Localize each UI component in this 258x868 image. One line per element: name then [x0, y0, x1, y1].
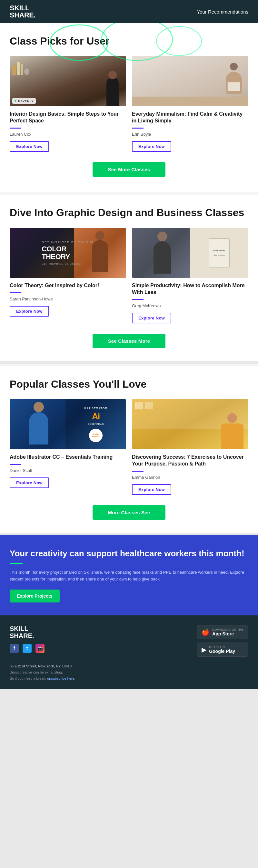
see-more-wrap-1: See More Classes [10, 162, 248, 177]
app-store-btn[interactable]: 🍎 Download on the App Store [197, 625, 248, 639]
card-minimalism: Everyday Minimalism: Find Calm & Creativ… [132, 56, 248, 152]
explore-btn-illustrator[interactable]: Explore Now [10, 477, 49, 488]
shelf-vase [24, 68, 29, 75]
color-theory-sub: GET INSPIRED BY COLOUR! [42, 262, 94, 265]
card-title-minimalism: Everyday Minimalism: Find Calm & Creativ… [132, 111, 248, 124]
see-more-wrap-2: See Classes More [10, 334, 248, 348]
card-divider-color-theory [10, 292, 21, 293]
promo-body: This month, for every project shared on … [10, 569, 248, 583]
apple-icon: 🍎 [201, 628, 210, 636]
section-class-picks: Class Picks for User [0, 23, 258, 190]
wall-pic1 [135, 403, 143, 409]
ai-badge-area: ILLUSTRATOR Ai ESSENTIALS CertifiedInstr… [66, 399, 126, 450]
logo-line1: SKILL [10, 4, 35, 12]
footer-top: SKILL SHARE. f t 📷 🍎 Download on the [10, 625, 248, 657]
color-theory-pre-label: GET INSPIRED BY COLOUR [42, 241, 94, 244]
twitter-icon[interactable]: t [23, 644, 32, 653]
section-popular: Popular Classes You'll Love ILLUSTRATOR … [0, 366, 258, 533]
instagram-label: 📷 [37, 646, 43, 651]
success-person [221, 413, 244, 450]
wall-pic2 [145, 403, 153, 409]
footer-unsub-pre: So if you need a break, [10, 676, 47, 680]
card-divider-interior [10, 128, 21, 129]
nav-recommendations[interactable]: Your Recommendations [197, 9, 248, 14]
ai-icon-text: Ai [92, 411, 100, 421]
card-author-productivity: Greg McKeown [132, 303, 248, 308]
ai-essentials: ESSENTIALS [88, 423, 104, 426]
footer-social: f t 📷 [10, 644, 44, 653]
card-image-color-theory: GET INSPIRED BY COLOUR COLORTHEORY GET I… [10, 228, 126, 278]
logo-line2: SHARE. [10, 12, 35, 19]
card-title-color-theory: Color Theory: Get Inspired by Color! [10, 282, 126, 289]
minimalism-image-bg [132, 56, 248, 106]
explore-btn-interior[interactable]: Explore Now [10, 141, 49, 152]
see-more-btn-2[interactable]: See Classes More [93, 334, 166, 348]
see-more-btn-1[interactable]: See More Classes [93, 162, 166, 177]
min-book [227, 82, 240, 91]
app-store-pre: Download on the [212, 628, 244, 631]
card-author-success: Emma Gannon [132, 475, 248, 480]
success-image-bg [132, 399, 248, 450]
havenly-star: ✦ [14, 99, 17, 103]
section-graphic-design: Dive Into Graphic Design and Business Cl… [0, 195, 258, 361]
prod-book: Essentialism Greg McKeown [209, 239, 230, 268]
card-image-minimalism [132, 56, 248, 106]
card-image-interior: ✦ HAVENLY [10, 56, 126, 106]
card-grid-section3: ILLUSTRATOR Ai ESSENTIALS CertifiedInstr… [10, 399, 248, 495]
footer-tagline: Being creative can be exhausting. [10, 670, 63, 674]
color-theory-overlay: GET INSPIRED BY COLOUR COLORTHEORY GET I… [37, 236, 99, 270]
card-title-interior: Interior Design Basics: Simple Steps to … [10, 111, 126, 124]
see-more-wrap-3: More Classes See [10, 505, 248, 520]
person-head [108, 71, 117, 79]
footer-address-text: 35 E 21st Street, New York, NY 10010 [10, 664, 72, 668]
havenly-badge-wrap: ✦ HAVENLY [12, 98, 36, 104]
unsubscribe-link[interactable]: unsubscribe here. [47, 676, 75, 680]
footer-left: SKILL SHARE. f t 📷 [10, 625, 44, 653]
explore-btn-color-theory[interactable]: Explore Now [10, 306, 49, 317]
explore-projects-btn[interactable]: Explore Projects [10, 590, 60, 602]
card-image-productivity: Essentialism Greg McKeown [132, 228, 248, 278]
google-play-icon: ▶ [201, 646, 207, 653]
section2-title: Dive Into Graphic Design and Business Cl… [10, 207, 248, 219]
explore-btn-minimalism[interactable]: Explore Now [132, 141, 171, 152]
card-grid-section2: GET INSPIRED BY COLOUR COLORTHEORY GET I… [10, 228, 248, 323]
ci-cert-text: CertifiedInstructor [92, 433, 99, 437]
google-play-pre: GET IT ON [209, 645, 235, 649]
card-interior-design: ✦ HAVENLY Interior Design Basics: Simple… [10, 56, 126, 152]
illus-person-body [29, 412, 48, 444]
footer-logo-line2: SHARE. [10, 632, 34, 639]
success-person-top [221, 424, 244, 450]
couch [132, 97, 248, 106]
section1-title: Class Picks for User [10, 35, 248, 47]
explore-btn-productivity[interactable]: Explore Now [132, 313, 171, 323]
card-divider-success [132, 471, 144, 472]
productivity-image-bg: Essentialism Greg McKeown [132, 228, 248, 278]
card-author-interior: Lauren Cox [10, 132, 126, 137]
shelf-item2 [17, 62, 20, 75]
card-divider-minimalism [132, 128, 144, 129]
prod-person-body [153, 241, 171, 274]
shelf-item3 [21, 64, 23, 75]
instagram-icon[interactable]: 📷 [35, 644, 44, 653]
interior-image-bg: ✦ HAVENLY [10, 56, 126, 106]
minimalism-person [226, 63, 242, 94]
google-play-text: GET IT ON Google Play [209, 645, 235, 654]
wall-pictures [135, 403, 153, 409]
ai-pre-label: ILLUSTRATOR [84, 407, 107, 410]
card-illustrator: ILLUSTRATOR Ai ESSENTIALS CertifiedInstr… [10, 399, 126, 495]
see-more-btn-3[interactable]: More Classes See [93, 505, 166, 520]
card-color-theory: GET INSPIRED BY COLOUR COLORTHEORY GET I… [10, 228, 126, 323]
skillshare-logo: SKILL SHARE. [10, 4, 35, 19]
explore-btn-success[interactable]: Explore Now [132, 484, 171, 495]
section-bg-divider2 [0, 364, 258, 366]
card-productivity: Essentialism Greg McKeown Simple Product… [132, 228, 248, 323]
footer-unsub: So if you need a break, unsubscribe here… [10, 676, 75, 680]
illus-person-head [34, 402, 44, 412]
card-title-success: Discovering Success: 7 Exercises to Unco… [132, 454, 248, 467]
color-theory-main-title: COLORTHEORY [42, 245, 94, 261]
header-nav[interactable]: Your Recommendations [197, 9, 248, 14]
facebook-icon[interactable]: f [10, 644, 19, 653]
facebook-label: f [13, 646, 15, 651]
google-play-btn[interactable]: ▶ GET IT ON Google Play [197, 643, 248, 657]
promo-divider [10, 563, 23, 564]
